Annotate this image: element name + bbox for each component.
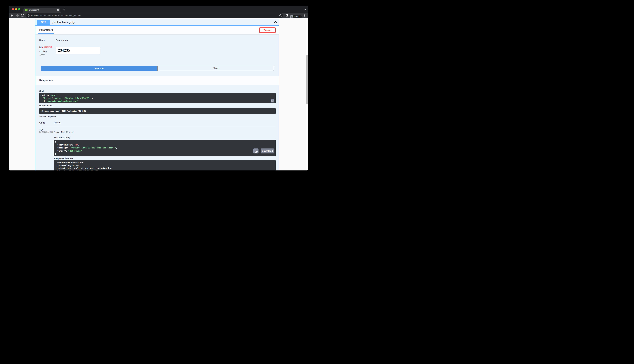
forward-icon[interactable] — [15, 13, 20, 18]
code-segment-string: "Not Found" — [68, 150, 82, 152]
code-segment: "message": — [55, 146, 71, 149]
response-undocumented: Undocumented — [39, 131, 53, 133]
response-body-block: { "statusCode": 404, "message": "Article… — [54, 140, 276, 156]
code-line: curl -X 'GET' \ — [40, 94, 276, 97]
response-table-divider — [39, 126, 276, 126]
browser-window: { } Swagger UI — [9, 6, 308, 170]
new-tab-icon[interactable] — [63, 8, 65, 11]
curl-code-block: curl -X 'GET' \ 'http://localhost:3000/a… — [39, 93, 276, 103]
tab-close-icon[interactable] — [56, 8, 59, 12]
code-line: } — [55, 152, 276, 156]
copy-curl-button[interactable] — [271, 99, 274, 102]
cancel-button[interactable]: Cancel — [259, 28, 276, 33]
response-body-label: Response body — [54, 136, 70, 139]
clipboard-copy-icon — [254, 150, 258, 153]
code-segment: \ — [56, 94, 59, 96]
code-line: content-type: application/json; charset=… — [57, 167, 276, 170]
code-line: "statusCode": 404, — [55, 143, 276, 146]
code-line: -H 'accept: application/json' — [40, 100, 276, 102]
code-line: "message": "Article with 234235 does not… — [55, 146, 276, 150]
code-line: { — [55, 140, 276, 143]
code-segment: curl -X — [40, 94, 50, 96]
tab-strip: { } Swagger UI — [9, 6, 308, 13]
column-header-description: Description — [56, 39, 68, 41]
opblock-summary[interactable]: GET /articles/{id} — [36, 19, 279, 26]
guest-avatar-icon — [290, 15, 293, 18]
code-line: connection: keep-alive — [57, 161, 276, 164]
request-url-block: http://localhost:3000/articles/234235 — [39, 108, 276, 114]
macos-close-button[interactable] — [12, 8, 14, 10]
request-url-label: Request URL — [39, 104, 53, 107]
page-content: GET /articles/{id} Parameters Cancel Nam… — [9, 18, 308, 170]
browser-menu-icon[interactable] — [304, 14, 306, 17]
param-id-input[interactable] — [56, 47, 100, 54]
code-segment: "statusCode": — [55, 144, 74, 146]
response-status-code: 404 — [39, 128, 44, 131]
code-line: 'http://localhost:3000/articles/234235' … — [40, 97, 276, 100]
column-header-code: Code — [39, 122, 45, 124]
code-segment-string: "Article with 234235 does not exist." — [71, 146, 116, 149]
parameters-header: Parameters Cancel — [36, 26, 279, 34]
scrollbar-thumb[interactable] — [306, 55, 308, 104]
download-button[interactable]: Download — [261, 148, 274, 154]
code-segment-string: 'http://localhost:3000/articles/234235' — [43, 97, 90, 99]
site-info-icon[interactable] — [27, 14, 30, 17]
tab-search-chevron-icon[interactable] — [304, 9, 306, 10]
param-name: id * — [39, 46, 43, 49]
url-text[interactable]: localhost:3000/api/#/articles/ArticlesCo… — [31, 14, 81, 17]
method-badge: GET — [37, 20, 50, 25]
opblock-get: GET /articles/{id} Parameters Cancel Nam… — [35, 19, 279, 170]
param-required-label: required — [44, 46, 52, 48]
code-segment-string: 'accept: application/json' — [46, 100, 78, 102]
response-error-text: Error: Not Found — [54, 131, 74, 134]
code-segment: , — [116, 146, 117, 149]
table-divider — [39, 44, 276, 44]
macos-fullscreen-button[interactable] — [18, 8, 20, 10]
clear-button[interactable]: Clear — [157, 66, 274, 71]
browser-tab[interactable]: { } Swagger UI — [24, 8, 60, 13]
parameters-active-underline — [38, 33, 54, 34]
code-segment: , — [78, 144, 80, 146]
code-segment — [40, 97, 43, 99]
operation-path: /articles/{id} — [52, 21, 75, 24]
code-segment-number: 404 — [74, 144, 78, 146]
responses-header: Responses — [36, 76, 279, 85]
reload-icon[interactable] — [20, 13, 25, 18]
code-segment: } — [55, 153, 56, 155]
execute-button[interactable]: Execute — [41, 66, 158, 71]
code-line: "error": "Not Found" — [55, 150, 276, 152]
required-star: * — [42, 46, 43, 49]
browser-toolbar: localhost:3000/api/#/articles/ArticlesCo… — [9, 13, 308, 18]
response-headers-label: Response headers — [54, 157, 74, 160]
code-segment: -H — [40, 100, 46, 102]
code-line: content-length: 86 — [57, 164, 276, 167]
zoom-indicator-icon[interactable] — [279, 14, 282, 17]
server-response-label: Server response — [39, 116, 56, 118]
url-host: localhost — [31, 14, 39, 17]
url-path: :3000/api/#/articles/ArticlesController_… — [39, 14, 81, 17]
param-type: string — [39, 50, 47, 52]
code-segment: \ — [90, 97, 93, 99]
tab-title: Swagger UI — [29, 9, 39, 11]
copy-response-button[interactable] — [253, 148, 258, 154]
url-bar[interactable]: localhost:3000/api/#/articles/ArticlesCo… — [26, 13, 283, 18]
curl-label: Curl — [39, 90, 44, 92]
param-name-text: id — [39, 46, 42, 49]
swagger-favicon-icon: { } — [25, 9, 28, 11]
back-icon[interactable] — [10, 13, 14, 18]
column-header-name: Name — [39, 39, 45, 41]
code-segment: "error": — [55, 150, 68, 152]
profile-chip[interactable]: Guest — [290, 15, 302, 19]
response-headers-block: connection: keep-alivecontent-length: 86… — [54, 160, 276, 170]
tab-parameters[interactable]: Parameters — [39, 29, 53, 31]
page-scrollbar[interactable] — [306, 18, 308, 170]
collapse-chevron-icon[interactable] — [274, 21, 277, 23]
macos-minimize-button[interactable] — [15, 8, 17, 10]
column-header-details: Details — [54, 122, 61, 124]
person-icon — [290, 15, 293, 18]
profile-label: Guest — [294, 16, 300, 18]
code-line: date: Tue,06 Dec 2022 22:38:31 GMT — [57, 170, 276, 170]
side-panel-icon[interactable] — [286, 14, 288, 16]
code-segment: { — [55, 140, 56, 143]
param-location: (path) — [40, 54, 46, 56]
